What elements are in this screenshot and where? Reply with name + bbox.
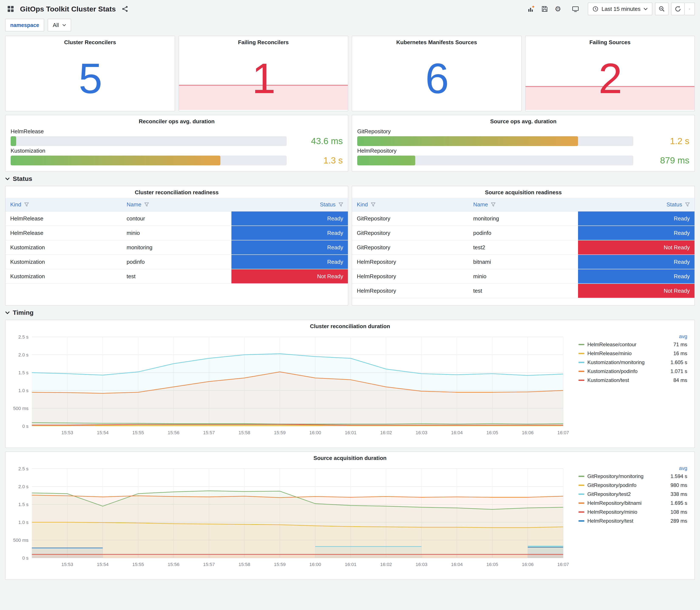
gauge-row-helmrepository: HelmRepository 879 ms [357,147,689,165]
series-name[interactable]: HelmRepository/test [587,518,667,524]
legend-item: GitRepository/monitoring 1.594 s [579,473,687,479]
status-badge: Ready [231,255,348,269]
svg-text:16:00: 16:00 [309,562,321,567]
series-name[interactable]: Kustomization/podinfo [587,368,667,374]
svg-text:16:02: 16:02 [380,430,392,435]
column-header-kind[interactable]: Kind [5,198,122,211]
section-status[interactable]: Status [5,175,695,182]
panel-title[interactable]: Failing Sources [525,36,695,47]
svg-text:1.0 s: 1.0 s [18,388,29,393]
series-name[interactable]: Kustomization/monitoring [587,359,667,365]
legend-item: HelmRelease/contour 71 ms [579,341,687,348]
status-tables-row: Cluster reconciliation readiness Kind Na… [5,186,695,306]
cell-status: Not Ready [578,284,695,298]
time-series-plot[interactable]: 0 s500 ms1.0 s1.5 s2.0 s2.5 s15:5315:541… [7,331,572,437]
table-header: Kind Name Status [352,198,695,211]
status-badge: Ready [578,226,695,240]
gauges-row: Reconciler ops avg. duration HelmRelease… [5,115,695,172]
refresh-button[interactable] [671,2,685,15]
zoom-out-icon [658,6,665,12]
section-label: Status [13,175,32,182]
refresh-icon [675,6,681,12]
panel-source-acquisition-readiness: Source acquisition readiness Kind Name S… [352,186,695,306]
cell-status: Ready [578,226,695,240]
svg-text:2.0 s: 2.0 s [18,352,29,357]
series-color-dash [579,371,584,372]
column-header-name[interactable]: Name [122,198,232,211]
series-name[interactable]: HelmRepository/bitnami [587,500,667,506]
cell-name: test [469,284,578,298]
cell-kind: GitRepository [352,211,469,225]
chart-row-source-acquisition: Source acquisition duration 0 s500 ms1.0… [5,451,695,580]
series-name[interactable]: GitRepository/monitoring [587,473,667,479]
svg-text:15:58: 15:58 [239,562,250,567]
gauge-row-kustomization: Kustomization 1.3 s [11,147,343,165]
svg-text:1.0 s: 1.0 s [18,520,29,525]
save-dashboard-button[interactable] [539,4,550,14]
gauge-label: GitRepository [357,128,689,135]
panel-title[interactable]: Cluster Reconcilers [5,36,175,47]
column-header-status[interactable]: Status [231,198,348,211]
dashboard-settings-button[interactable]: ⚙ [553,4,563,14]
gauge-row-gitrepository: GitRepository 1.2 s [357,128,689,146]
cell-kind: GitRepository [352,226,469,240]
column-header-status[interactable]: Status [578,198,695,211]
cell-name: test [122,269,232,283]
series-color-dash [579,502,584,504]
section-timing[interactable]: Timing [5,309,695,316]
time-range-picker[interactable]: Last 15 minutes [588,2,652,15]
svg-text:500 ms: 500 ms [13,406,29,411]
series-name[interactable]: HelmRepository/minio [587,509,667,515]
status-badge: Ready [231,211,348,225]
gauge-label: Kustomization [11,147,343,154]
time-series-plot[interactable]: 0 s500 ms1.0 s1.5 s2.0 s2.5 s15:5315:541… [7,463,572,569]
panel-title[interactable]: Source acquisition readiness [352,186,695,197]
panel-title[interactable]: Source acquisition duration [5,452,695,463]
table-row: HelmRelease contour Ready [5,211,348,226]
table-row: GitRepository test2 Not Ready [352,240,695,255]
svg-text:15:58: 15:58 [239,430,250,435]
svg-text:16:07: 16:07 [557,562,569,567]
chevron-down-icon [689,7,690,10]
column-header-kind[interactable]: Kind [352,198,469,211]
series-name[interactable]: Kustomization/test [587,377,670,383]
svg-text:500 ms: 500 ms [13,537,29,543]
refresh-interval-dropdown[interactable] [685,2,695,15]
svg-text:15:55: 15:55 [132,430,144,435]
series-name[interactable]: GitRepository/test2 [587,491,667,497]
gauge-bar [357,156,415,165]
gauge-value: 43.6 ms [293,136,343,146]
series-color-dash [579,476,584,477]
cell-status: Ready [231,226,348,240]
series-name[interactable]: HelmRelease/minio [587,351,670,356]
series-name[interactable]: GitRepository/podinfo [587,482,667,488]
add-panel-button[interactable] [525,4,537,14]
panel-title[interactable]: Failing Reconcilers [179,36,348,47]
series-name[interactable]: HelmRelease/contour [587,341,670,348]
series-avg-value: 108 ms [670,509,687,515]
svg-text:16:00: 16:00 [309,430,321,435]
time-range-label: Last 15 minutes [601,6,640,12]
header: GitOps Toolkit Cluster Stats ⚙ Last 15 m… [0,0,700,18]
panel-cluster-reconciliation-duration: Cluster reconciliation duration 0 s500 m… [5,320,695,448]
cycle-view-button[interactable] [570,4,581,14]
panel-title[interactable]: Source ops avg. duration [352,115,695,126]
svg-text:15:55: 15:55 [132,562,144,567]
chevron-down-icon [5,177,10,180]
clock-icon [592,6,599,12]
svg-text:16:04: 16:04 [451,430,462,435]
panel-title[interactable]: Kubernetes Manifests Sources [352,36,521,47]
table-row: HelmRepository minio Ready [352,269,695,284]
cell-name: minio [469,269,578,283]
cell-name: bitnami [469,255,578,269]
zoom-out-button[interactable] [655,2,669,15]
dashboards-grid-icon[interactable] [5,4,16,14]
variable-namespace-select[interactable]: All [48,19,71,31]
column-header-name[interactable]: Name [469,198,578,211]
panel-source-ops-duration: Source ops avg. duration GitRepository 1… [352,115,695,172]
panel-title[interactable]: Reconciler ops avg. duration [5,115,348,126]
panel-title[interactable]: Cluster reconciliation duration [5,320,695,331]
share-icon[interactable] [120,4,130,14]
panel-title[interactable]: Cluster reconciliation readiness [5,186,348,197]
status-badge: Not Ready [578,284,695,298]
